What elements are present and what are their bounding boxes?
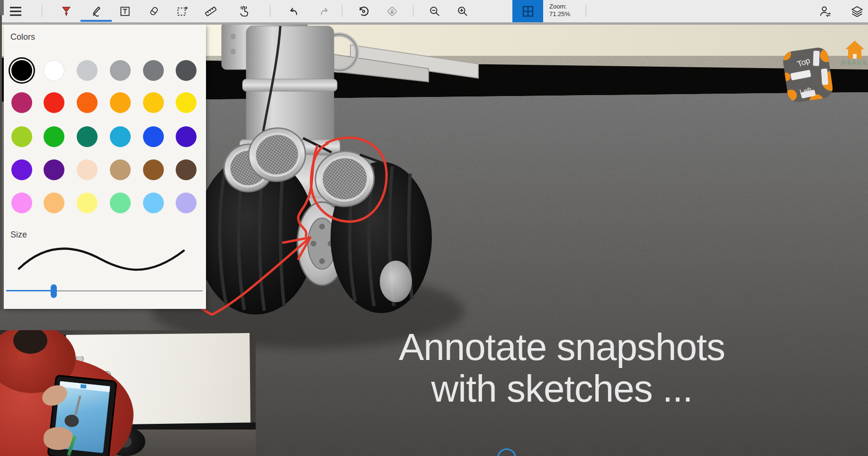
- toolbar-separator: [586, 5, 586, 17]
- color-swatch-light-orange[interactable]: [44, 193, 64, 213]
- size-slider-thumb[interactable]: [51, 284, 57, 298]
- layers-icon: [850, 5, 864, 18]
- pen-tool-button[interactable]: [86, 1, 106, 21]
- color-swatch-golden-yellow[interactable]: [143, 92, 164, 113]
- color-swatch-pink[interactable]: [11, 193, 32, 213]
- colors-title: Colors: [10, 32, 35, 42]
- color-swatch-light-yellow[interactable]: [77, 193, 98, 213]
- color-swatch-green[interactable]: [44, 126, 64, 147]
- hamburger-menu-button[interactable]: [6, 1, 26, 21]
- color-swatch-cyan[interactable]: [110, 126, 131, 147]
- color-swatch-light-gray[interactable]: [77, 60, 98, 81]
- zoom-out-icon: [429, 5, 441, 18]
- color-swatch-tan[interactable]: [110, 159, 131, 180]
- color-swatch-brown[interactable]: [143, 159, 164, 180]
- color-swatch-purple[interactable]: [44, 159, 64, 180]
- color-swatch-orange[interactable]: [77, 92, 98, 113]
- layers-button[interactable]: [847, 1, 867, 21]
- select-region-icon: [176, 5, 188, 18]
- toolbar-divider: [0, 22, 868, 25]
- eraser-icon: [148, 5, 160, 18]
- select-region-button[interactable]: [172, 1, 192, 21]
- ruler-icon: [204, 5, 217, 18]
- color-swatch-violet[interactable]: [11, 159, 32, 180]
- color-swatch-gray[interactable]: [110, 60, 131, 81]
- color-swatch-indigo[interactable]: [176, 126, 197, 147]
- left-edge-strip: [0, 15, 2, 310]
- size-slider[interactable]: [6, 284, 203, 298]
- view-cube[interactable]: Top Left: [781, 44, 836, 108]
- caption-line-2: with sketches ...: [256, 368, 868, 410]
- color-swatch-yellow[interactable]: [176, 92, 197, 113]
- marker-tool-button[interactable]: [56, 1, 76, 21]
- tablet-ar-strut: [74, 395, 81, 415]
- person-sync-icon: [819, 5, 832, 18]
- tablet-screen-chip: [81, 384, 87, 388]
- color-swatch-white[interactable]: [44, 60, 64, 81]
- zoom-out-button[interactable]: [425, 1, 445, 21]
- toolbar-separator: [342, 5, 342, 17]
- color-swatch-charcoal[interactable]: [176, 60, 197, 81]
- pip-camera-video: [0, 330, 256, 456]
- undo-button[interactable]: [284, 1, 304, 21]
- app-window: Zoom: 71.25% Colors Size: [0, 0, 868, 456]
- zoom-value: 71.25%: [549, 10, 570, 18]
- text-tool-button[interactable]: [115, 1, 135, 21]
- corner-notch: [0, 0, 4, 15]
- text-tool-icon: [119, 5, 131, 18]
- color-swatch-mint[interactable]: [110, 193, 131, 213]
- rotate-icon: [357, 5, 370, 18]
- zoom-readout: Zoom: 71.25%: [549, 3, 570, 18]
- zoom-in-button[interactable]: [453, 1, 473, 21]
- color-swatch-teal[interactable]: [77, 126, 98, 147]
- color-swatch-dark-brown[interactable]: [176, 159, 197, 180]
- size-slider-fill: [6, 290, 54, 291]
- touch-draw-button[interactable]: [234, 1, 254, 21]
- color-swatch-yellow-green[interactable]: [11, 126, 32, 147]
- color-swatch-dark-gray[interactable]: [143, 60, 164, 81]
- marker-icon: [60, 5, 72, 18]
- video-caption: Annotate snapshots with sketches ...: [256, 326, 868, 410]
- color-swatch-raspberry[interactable]: [11, 92, 32, 113]
- caption-line-1: Annotate snapshots: [256, 326, 868, 368]
- eraser-tool-button[interactable]: [144, 1, 164, 21]
- color-swatch-red[interactable]: [44, 92, 64, 113]
- pen-icon: [89, 5, 103, 18]
- toolbar-separator: [413, 5, 413, 17]
- selected-tool-indicator: [81, 20, 112, 22]
- home-view-icon[interactable]: [843, 39, 867, 62]
- toolbar-separator: [42, 5, 42, 17]
- color-swatch-sky-blue[interactable]: [143, 193, 164, 213]
- grid-icon: [521, 4, 535, 18]
- rotate-view-button[interactable]: [354, 1, 374, 21]
- ruler-tool-button[interactable]: [201, 1, 221, 21]
- color-swatch-peach[interactable]: [77, 159, 98, 180]
- redo-icon: [318, 5, 331, 18]
- color-swatch-lavender[interactable]: [176, 193, 197, 213]
- grid-view-button[interactable]: [512, 0, 543, 22]
- undo-icon: [287, 5, 300, 18]
- color-swatch-amber[interactable]: [110, 92, 131, 113]
- hamburger-icon: [9, 6, 22, 17]
- toolbar-separator: [270, 5, 270, 17]
- share-user-button[interactable]: [815, 1, 835, 21]
- rotate-lock-button[interactable]: [382, 1, 402, 21]
- zoom-in-icon: [456, 5, 469, 18]
- rotate-lock-icon: [385, 5, 399, 18]
- pen-options-flyout: Colors Size: [4, 25, 206, 309]
- person-hand-lower: [44, 427, 73, 450]
- redo-button[interactable]: [314, 1, 334, 21]
- tablet-ar-wheel: [64, 414, 80, 428]
- zoom-label: Zoom:: [549, 3, 570, 10]
- stroke-preview: [4, 237, 206, 281]
- watermark-smudge: [842, 61, 867, 65]
- touch-draw-icon: [237, 5, 251, 18]
- color-swatch-black[interactable]: [11, 60, 32, 81]
- toolbar: Zoom: 71.25%: [0, 0, 868, 22]
- color-swatch-blue[interactable]: [143, 126, 164, 147]
